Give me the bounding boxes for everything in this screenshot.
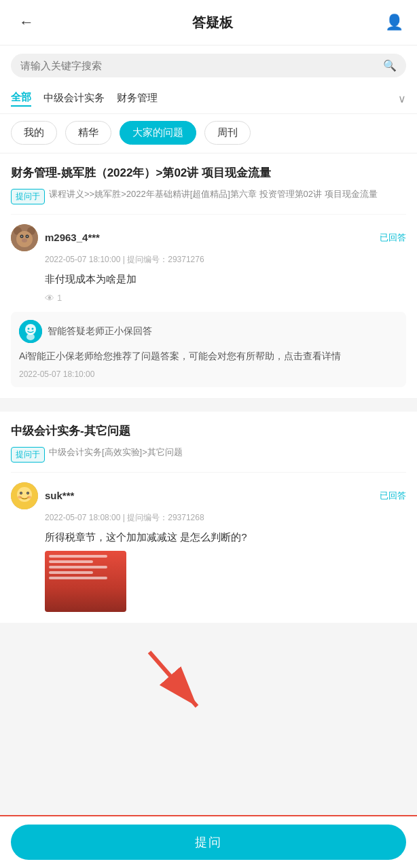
question-header-2: suk*** 已回答 [11,482,406,509]
svg-point-6 [22,238,27,242]
question-user-2: suk*** [11,482,74,509]
avatar-1 [11,224,38,251]
header: ← 答疑板 👤 [0,0,417,46]
search-bar: 🔍 [0,46,417,86]
img-line-4 [49,571,93,574]
topic-meta-1: 提问于 课程讲义>>姚军胜>2022年基础精讲[超值精品]第六章 投资管理第02… [11,187,406,204]
svg-point-13 [26,333,35,340]
svg-point-20 [20,492,21,493]
topic-title-2: 中级会计实务-其它问题 [11,422,406,440]
img-line-2 [49,560,93,563]
filter-everyone[interactable]: 大家的问题 [120,121,196,145]
topic-desc-2: 中级会计实务[高效实验]>其它问题 [49,446,183,459]
filter-featured[interactable]: 精华 [65,121,111,145]
card-2: 中级会计实务-其它问题 提问于 中级会计实务[高效实验]>其它问题 [0,412,417,623]
answer-block-1[interactable]: 智能答疑老师正小保回答 Ai智能正小保老师给您推荐了问题答案，可能会对您有所帮助… [11,312,406,388]
answer-time-1: 2022-05-07 18:10:00 [19,369,398,379]
username-1: m2963_4*** [45,232,100,243]
question-header-1: m2963_4*** 已回答 [11,224,406,251]
category-intermediate-accounting[interactable]: 中级会计实务 [43,92,105,106]
bottom-bar: 提问 [0,815,417,868]
content-area: 财务管理-姚军胜（2022年）>第02讲 项目现金流量 提问于 课程讲义>>姚军… [0,153,417,684]
svg-point-19 [27,496,31,499]
card-1: 财务管理-姚军胜（2022年）>第02讲 项目现金流量 提问于 课程讲义>>姚军… [0,153,417,398]
answer-label-1: 智能答疑老师正小保回答 [48,325,152,338]
answer-text-1: Ai智能正小保老师给您推荐了问题答案，可能会对您有所帮助，点击查看详情 [19,348,398,365]
topic-title-1: 财务管理-姚军胜（2022年）>第02讲 项目现金流量 [11,164,406,182]
img-line-5 [49,577,107,579]
topic-desc-1: 课程讲义>>姚军胜>2022年基础精讲[超值精品]第六章 投资管理第02讲 项目… [49,187,378,201]
view-number-1: 1 [57,293,62,303]
topic-tag-2: 提问于 [11,447,45,463]
category-financial-management[interactable]: 财务管理 [117,92,158,106]
svg-point-10 [25,324,36,335]
img-line-3 [49,566,107,568]
search-input-wrap[interactable]: 🔍 [11,54,406,77]
topic-tag-1: 提问于 [11,189,45,204]
back-button[interactable]: ← [14,11,39,34]
svg-point-11 [28,327,30,329]
avatar-2 [11,482,38,509]
category-more-icon[interactable]: ∨ [398,92,406,105]
svg-point-15 [17,487,32,502]
filter-bar: 我的 精华 大家的问题 周刊 [0,114,417,153]
category-all[interactable]: 全部 [11,91,31,107]
svg-point-18 [18,496,22,499]
filter-mine[interactable]: 我的 [11,121,57,145]
svg-point-21 [27,492,28,493]
question-content-1: 非付现成本为啥是加 [11,271,406,287]
ai-avatar-1 [19,320,42,343]
username-2: suk*** [45,490,74,501]
question-time-2: 2022-05-07 18:08:00 | 提问编号：29371268 [11,512,406,524]
page-title: 答疑板 [192,14,233,32]
question-user-1: m2963_4*** [11,224,100,251]
view-count-1: 👁 1 [11,293,406,304]
user-icon[interactable]: 👤 [385,14,403,31]
search-icon[interactable]: 🔍 [383,59,397,72]
img-line-1 [49,555,107,558]
answered-badge-2: 已回答 [380,490,406,502]
category-bar: 全部 中级会计实务 财务管理 ∨ [0,86,417,114]
answer-header-1: 智能答疑老师正小保回答 [19,320,398,343]
ask-button[interactable]: 提问 [11,825,406,860]
question-time-1: 2022-05-07 18:10:00 | 提问编号：29371276 [11,254,406,266]
question-item-2: suk*** 已回答 2022-05-07 18:08:00 | 提问编号：29… [11,472,406,612]
question-image-2[interactable] [45,551,126,612]
avatar-img-1 [11,224,38,251]
divider-1 [0,405,417,412]
question-content-2: 所得税章节，这个加加减减这 是怎么判断的? [11,529,406,545]
question-item-1: m2963_4*** 已回答 2022-05-07 18:10:00 | 提问编… [11,214,406,388]
svg-point-12 [32,327,34,329]
filter-weekly[interactable]: 周刊 [204,121,251,145]
eye-icon-1: 👁 [45,293,54,304]
avatar-img-2 [11,482,38,509]
svg-point-7 [21,236,22,237]
search-input[interactable] [20,60,383,71]
topic-meta-2: 提问于 中级会计实务[高效实验]>其它问题 [11,446,406,463]
svg-point-8 [26,236,28,237]
answered-badge-1: 已回答 [380,232,406,244]
